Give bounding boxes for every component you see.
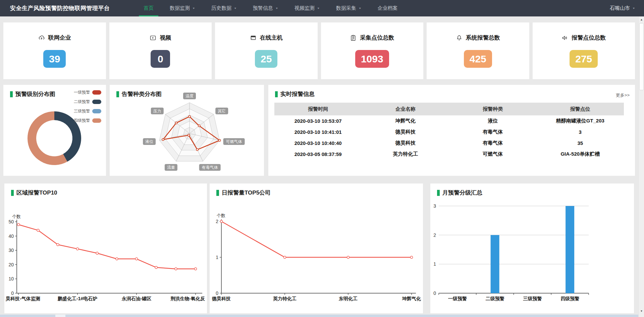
alarm-table-header-cell: 企业名称 xyxy=(362,103,449,115)
chart-text: 一级预警 xyxy=(448,296,467,301)
chart-text: 荆洪生物-氧化反 xyxy=(170,296,205,302)
bell-icon xyxy=(456,35,463,41)
alarm-table-cell: 2020-03-10 10:40:40 xyxy=(274,138,362,149)
radar-marker xyxy=(219,139,221,141)
legend-label: 三级预警 xyxy=(74,108,90,114)
alarm-table-cell: 德昊科技 xyxy=(362,138,449,149)
chart-text: 1 xyxy=(216,255,218,260)
legend-swatch xyxy=(92,90,101,95)
stat-card-value: 1093 xyxy=(355,50,389,68)
chart-text: 个数 xyxy=(217,213,225,218)
alarm-table-header-cell: 报警时间 xyxy=(274,103,362,115)
chart-text: 有毒气体 xyxy=(202,165,218,170)
panel-title-text: 告警种类分布图 xyxy=(122,90,162,98)
line-marker xyxy=(76,248,79,250)
chart-text: 0 xyxy=(216,290,218,296)
stat-card-value: 25 xyxy=(255,50,277,68)
panel-title-text: 预警级别分布图 xyxy=(15,90,55,98)
stat-card-connected-enterprises: 联网企业39 xyxy=(3,22,106,79)
stat-card-value: 275 xyxy=(570,50,598,68)
vertical-scrollbar-thumb[interactable] xyxy=(639,23,644,90)
horizontal-scrollbar[interactable] xyxy=(0,315,638,317)
stat-card-label: 联网企业 xyxy=(48,34,71,42)
nav-item-video-monitoring[interactable]: 视频监测▼ xyxy=(286,0,328,16)
radar-marker xyxy=(162,139,164,141)
chart-text: 四级预警 xyxy=(560,296,579,301)
donut-legend: 一级预警二级预警三级预警四级预警 xyxy=(74,88,101,125)
chart-text: 鹏盛化工-1#电石炉 xyxy=(57,296,97,301)
alarm-table-row: 2020-03-10 10:53:07坤辉气化液位精醇南罐液位GT_203 xyxy=(274,115,624,126)
more-link[interactable]: 更多>> xyxy=(616,92,630,98)
alarm-table-cell: 德昊科技 xyxy=(362,126,449,138)
panel-title-text: 实时报警信息 xyxy=(280,90,315,98)
cloud-icon xyxy=(38,35,45,41)
green-bullet-icon xyxy=(11,190,14,196)
stat-card-value: 425 xyxy=(464,50,492,68)
stat-card-label: 视频 xyxy=(160,34,171,42)
realtime-alarms-panel: 实时报警信息 更多>> 报警时间企业名称报警种类报警点位2020-03-10 1… xyxy=(268,85,635,176)
chart-text: 0 xyxy=(11,290,14,296)
stat-card-title: 在线主机 xyxy=(215,34,318,42)
panel-title: 区域报警TOP10 xyxy=(11,189,57,197)
line-marker xyxy=(195,268,197,270)
line-series xyxy=(221,221,412,257)
alarm-table-row: 2020-03-10 10:40:40德昊科技有毒气体35 xyxy=(274,138,624,149)
radar-marker xyxy=(189,115,191,117)
panel-title: 日报警量TOP5公司 xyxy=(216,189,271,197)
green-bullet-icon xyxy=(216,190,219,196)
panel-title: 月预警分级汇总 xyxy=(437,189,482,197)
panel-title: 实时报警信息 xyxy=(275,90,315,98)
region-top10-line-chart: 个数01020304050昊科技-气体监测鹏盛化工-1#电石炉永润石油-罐区荆洪… xyxy=(4,183,207,313)
legend-item[interactable]: 四级预警 xyxy=(74,116,101,125)
stat-card-online-hosts: 在线主机25 xyxy=(215,22,318,79)
nav-item-history-data[interactable]: 历史数据▼ xyxy=(203,0,245,16)
stat-card-label: 在线主机 xyxy=(260,34,283,42)
chevron-down-icon: ▼ xyxy=(234,7,237,10)
nav-item-label: 企业档案 xyxy=(378,5,398,11)
legend-swatch xyxy=(92,118,101,123)
horizontal-scrollbar-thumb[interactable] xyxy=(55,315,65,317)
alarm-table-cell: 坤辉气化 xyxy=(362,115,449,126)
line-marker xyxy=(411,256,413,259)
line-marker xyxy=(57,244,59,246)
nav-item-data-collection[interactable]: 数据采集▼ xyxy=(328,0,370,16)
vertical-scrollbar[interactable]: ▲ ▼ xyxy=(638,16,644,317)
daily-top5-line-chart: 个数012德昊科技英力特化工东明化工坤辉气化 xyxy=(210,183,423,313)
dashboard-page: 安全生产风险预警防控物联网管理平台 首页数据监测▼历史数据▼预警信息▼视频监测▼… xyxy=(0,0,644,317)
chart-text: 0 xyxy=(433,290,436,296)
nav-item-label: 数据监测 xyxy=(170,5,190,11)
monitor-icon xyxy=(250,35,257,41)
stat-card-value: 0 xyxy=(151,50,170,68)
legend-item[interactable]: 三级预警 xyxy=(74,106,101,116)
stat-card-label: 系统报警总数 xyxy=(466,34,500,42)
alarm-table-cell: GIA-520单体贮槽 xyxy=(537,149,624,160)
radar-marker xyxy=(198,125,200,127)
line-series xyxy=(18,225,196,269)
chevron-down-icon: ▼ xyxy=(275,7,278,10)
chart-text: 3 xyxy=(433,203,436,209)
app-title: 安全生产风险预警防控物联网管理平台 xyxy=(10,0,110,16)
nav-item-data-monitoring[interactable]: 数据监测▼ xyxy=(162,0,203,16)
radar-marker xyxy=(196,149,198,151)
chart-text: 其它 xyxy=(218,109,226,113)
alarm-table-cell: 有毒气体 xyxy=(449,138,537,149)
scroll-down-icon[interactable]: ▼ xyxy=(639,309,644,314)
panel-title-text: 日报警量TOP5公司 xyxy=(222,189,271,197)
chevron-down-icon: ▼ xyxy=(359,7,362,10)
legend-swatch xyxy=(92,100,101,104)
chart-text: 二级预警 xyxy=(486,296,504,301)
scroll-up-icon[interactable]: ▲ xyxy=(639,17,644,22)
chart-text: 2 xyxy=(433,232,436,238)
panel-title-text: 区域报警TOP10 xyxy=(16,189,57,197)
stat-card-system-alarms: 系统报警总数425 xyxy=(427,22,529,79)
alarm-table-cell: 3 xyxy=(537,126,624,138)
legend-item[interactable]: 二级预警 xyxy=(74,97,101,106)
line-marker xyxy=(17,223,20,226)
nav-item-warning-info[interactable]: 预警信息▼ xyxy=(245,0,286,16)
region-selector[interactable]: 石嘴山市 ▼ xyxy=(610,0,635,16)
clipboard-icon xyxy=(350,35,357,41)
nav-item-enterprise-archive[interactable]: 企业档案 xyxy=(370,0,406,16)
nav-item-home[interactable]: 首页 xyxy=(136,0,162,16)
legend-item[interactable]: 一级预警 xyxy=(74,88,101,97)
alarm-table-header: 报警时间企业名称报警种类报警点位 xyxy=(274,103,624,115)
